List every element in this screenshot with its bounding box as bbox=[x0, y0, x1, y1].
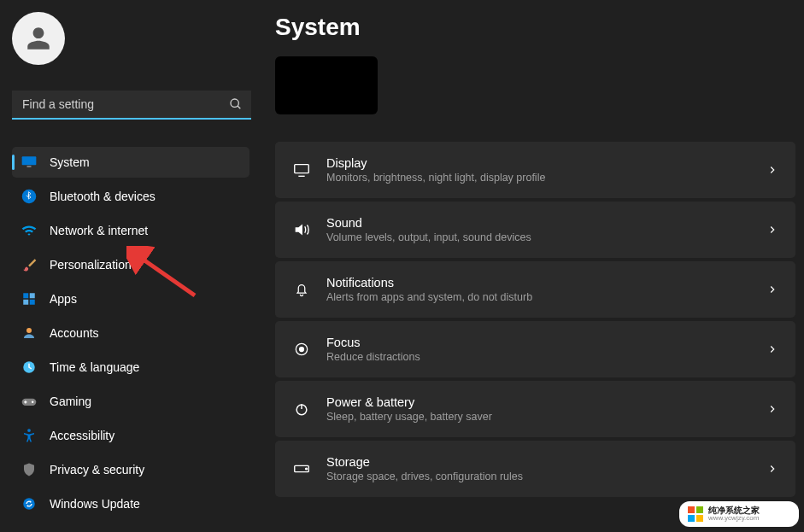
card-title: Sound bbox=[326, 215, 766, 231]
sidebar-item-label: Network & internet bbox=[50, 224, 148, 237]
card-title: Storage bbox=[326, 454, 766, 470]
sidebar-item-update[interactable]: Windows Update bbox=[12, 488, 249, 519]
search-box[interactable] bbox=[12, 91, 251, 120]
sidebar-item-label: Accounts bbox=[50, 326, 99, 340]
sidebar-item-personalization[interactable]: Personalization bbox=[12, 249, 249, 280]
power-icon bbox=[292, 400, 311, 418]
card-notifications[interactable]: Notifications Alerts from apps and syste… bbox=[275, 261, 795, 318]
sidebar-item-label: System bbox=[50, 155, 90, 169]
apps-icon bbox=[21, 290, 38, 307]
accessibility-icon bbox=[21, 427, 38, 444]
wifi-icon bbox=[21, 222, 38, 239]
chevron-right-icon bbox=[766, 463, 778, 475]
svg-rect-15 bbox=[295, 165, 309, 173]
sidebar-item-gaming[interactable]: Gaming bbox=[12, 386, 249, 417]
card-title: Focus bbox=[326, 335, 766, 350]
sidebar-item-label: Apps bbox=[50, 292, 77, 306]
svg-point-12 bbox=[32, 401, 34, 404]
sidebar-item-label: Time & language bbox=[50, 360, 139, 374]
storage-icon bbox=[292, 459, 311, 478]
card-title: Power & battery bbox=[326, 395, 766, 410]
search-input[interactable] bbox=[12, 91, 251, 120]
page-title: System bbox=[275, 14, 795, 41]
svg-point-9 bbox=[26, 328, 32, 333]
svg-point-13 bbox=[27, 429, 31, 432]
svg-point-0 bbox=[231, 99, 238, 107]
gaming-icon bbox=[21, 393, 38, 410]
sidebar-item-apps[interactable]: Apps bbox=[12, 284, 249, 314]
monitor-icon bbox=[21, 154, 38, 171]
svg-point-22 bbox=[306, 468, 308, 470]
card-subtitle: Monitors, brightness, night light, displ… bbox=[326, 171, 766, 185]
card-power[interactable]: Power & battery Sleep, battery usage, ba… bbox=[275, 381, 795, 437]
brush-icon bbox=[21, 256, 38, 273]
chevron-right-icon bbox=[766, 343, 778, 355]
svg-rect-8 bbox=[30, 300, 35, 305]
bell-icon bbox=[292, 280, 311, 299]
card-subtitle: Storage space, drives, configuration rul… bbox=[326, 470, 766, 484]
svg-rect-7 bbox=[23, 300, 28, 305]
sidebar-item-privacy[interactable]: Privacy & security bbox=[12, 454, 249, 485]
desktop-preview[interactable] bbox=[275, 56, 378, 114]
chevron-right-icon bbox=[766, 164, 778, 176]
sidebar-item-system[interactable]: System bbox=[12, 147, 249, 178]
card-title: Notifications bbox=[326, 275, 766, 290]
svg-rect-2 bbox=[22, 156, 37, 165]
shield-icon bbox=[21, 461, 38, 478]
svg-point-14 bbox=[23, 498, 35, 510]
person-icon bbox=[24, 24, 53, 53]
sidebar-item-label: Bluetooth & devices bbox=[50, 190, 156, 203]
avatar[interactable] bbox=[12, 12, 65, 65]
svg-rect-6 bbox=[30, 293, 35, 298]
sidebar-item-label: Personalization bbox=[50, 258, 132, 272]
svg-rect-5 bbox=[23, 293, 28, 298]
svg-point-18 bbox=[300, 348, 304, 352]
clock-icon bbox=[21, 359, 38, 376]
sidebar-item-network[interactable]: Network & internet bbox=[12, 215, 249, 246]
card-subtitle: Reduce distractions bbox=[326, 350, 766, 365]
svg-rect-11 bbox=[22, 399, 37, 406]
card-subtitle: Alerts from apps and system, do not dist… bbox=[326, 290, 766, 305]
card-display[interactable]: Display Monitors, brightness, night ligh… bbox=[275, 142, 795, 198]
chevron-right-icon bbox=[766, 224, 778, 236]
card-title: Display bbox=[326, 155, 766, 171]
chevron-right-icon bbox=[766, 284, 778, 295]
watermark: 纯净系统之家 www.ycwjzy.com bbox=[679, 501, 799, 527]
card-storage[interactable]: Storage Storage space, drives, configura… bbox=[275, 441, 795, 497]
bluetooth-icon bbox=[21, 188, 38, 205]
nav-list: System Bluetooth & devices Network & int… bbox=[12, 147, 249, 519]
svg-point-4 bbox=[22, 190, 37, 204]
card-subtitle: Volume levels, output, input, sound devi… bbox=[326, 231, 766, 245]
main-pane: System Display Monitors, brightness, nig… bbox=[256, 0, 804, 532]
chevron-right-icon bbox=[766, 403, 778, 415]
svg-line-1 bbox=[238, 106, 240, 108]
card-sound[interactable]: Sound Volume levels, output, input, soun… bbox=[275, 202, 795, 258]
sidebar-item-label: Accessibility bbox=[50, 429, 114, 442]
accounts-icon bbox=[21, 324, 38, 342]
watermark-url: www.ycwjzy.com bbox=[708, 515, 760, 522]
sidebar-item-accounts[interactable]: Accounts bbox=[12, 318, 249, 348]
svg-rect-3 bbox=[27, 166, 32, 167]
card-subtitle: Sleep, battery usage, battery saver bbox=[326, 410, 766, 424]
display-icon bbox=[292, 161, 311, 179]
sidebar-item-bluetooth[interactable]: Bluetooth & devices bbox=[12, 181, 249, 212]
focus-icon bbox=[292, 340, 311, 359]
sidebar: System Bluetooth & devices Network & int… bbox=[0, 0, 256, 532]
update-icon bbox=[21, 495, 38, 512]
search-icon bbox=[229, 97, 243, 111]
card-focus[interactable]: Focus Reduce distractions bbox=[275, 321, 795, 377]
sound-icon bbox=[292, 220, 311, 239]
windows-logo-icon bbox=[688, 506, 703, 522]
sidebar-item-time[interactable]: Time & language bbox=[12, 352, 249, 383]
sidebar-item-label: Windows Update bbox=[50, 497, 140, 511]
sidebar-item-label: Privacy & security bbox=[50, 463, 144, 476]
sidebar-item-accessibility[interactable]: Accessibility bbox=[12, 420, 249, 451]
sidebar-item-label: Gaming bbox=[50, 395, 91, 408]
settings-card-list: Display Monitors, brightness, night ligh… bbox=[275, 142, 795, 497]
